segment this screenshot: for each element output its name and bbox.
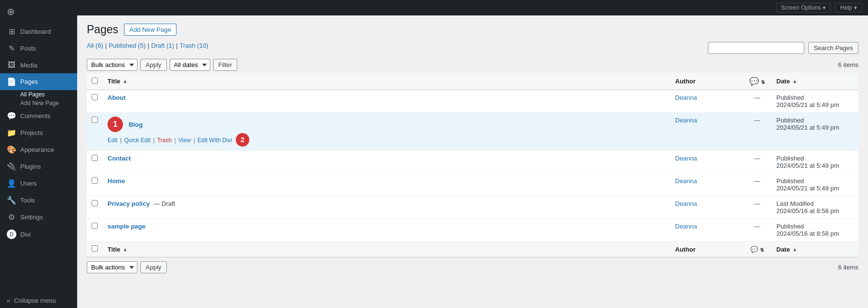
- posts-icon: ✎: [7, 44, 16, 53]
- row-date-cell: Published2024/05/21 at 5:49 pm: [772, 174, 858, 196]
- author-link[interactable]: Deanna: [675, 200, 697, 207]
- date-sort-icon: ▲: [792, 79, 797, 84]
- chevron-down-icon-help: ▾: [854, 4, 857, 11]
- row-comments-cell: —: [743, 90, 772, 113]
- row-comments-cell: —: [743, 113, 772, 151]
- row-date-cell: Last Modified2024/05/16 at 8:58 pm: [772, 196, 858, 219]
- date-value: 2024/05/21 at 5:49 pm: [776, 101, 854, 108]
- date-status: Last Modified: [776, 200, 854, 207]
- search-pages-button[interactable]: Search Pages: [808, 42, 858, 54]
- page-title-link[interactable]: About: [108, 94, 126, 101]
- content-area: Pages Add New Page All (6) | Published (…: [77, 15, 868, 308]
- row-author-cell: Deanna: [670, 113, 743, 151]
- pages-icon: 📄: [7, 77, 16, 86]
- comment-bubble-icon: 💬: [749, 77, 759, 85]
- footer-date-sort-icon: ▲: [792, 247, 797, 252]
- topbar: Screen Options ▾ Help ▾: [77, 0, 868, 15]
- search-input[interactable]: [708, 42, 804, 54]
- row-date-cell: Published2024/05/21 at 5:49 pm: [772, 151, 858, 174]
- date-status: Published: [776, 177, 854, 185]
- appearance-icon: 🎨: [7, 145, 16, 154]
- sidebar-sub-all-pages[interactable]: All Pages: [0, 90, 77, 99]
- sidebar-sub-add-new-page[interactable]: Add New Page: [0, 99, 77, 107]
- sidebar-item-posts[interactable]: ✎ Posts: [0, 40, 77, 57]
- filter-button[interactable]: Filter: [213, 59, 238, 71]
- select-all-checkbox[interactable]: [92, 78, 98, 84]
- bulk-actions-select-top[interactable]: Bulk actions: [87, 59, 137, 71]
- row-action-divi[interactable]: Edit With Divi: [198, 137, 232, 144]
- sidebar-item-media[interactable]: 🖼 Media: [0, 57, 77, 73]
- row-checkbox[interactable]: [92, 223, 98, 229]
- sidebar-item-settings[interactable]: ⚙ Settings: [0, 209, 77, 226]
- action-separator: |: [119, 137, 123, 144]
- page-title-link[interactable]: Home: [108, 177, 125, 185]
- date-status: Published: [776, 117, 854, 124]
- page-title-link[interactable]: Contact: [108, 155, 131, 162]
- date-column-header[interactable]: Date ▲: [772, 73, 858, 90]
- date-status: Published: [776, 94, 854, 101]
- row-checkbox[interactable]: [92, 155, 98, 161]
- filter-draft[interactable]: Draft (1): [151, 42, 174, 49]
- filter-trash[interactable]: Trash (10): [180, 42, 209, 49]
- row-action-view[interactable]: View: [178, 137, 191, 144]
- sidebar-item-pages[interactable]: 📄 Pages: [0, 73, 77, 90]
- add-new-page-button[interactable]: Add New Page: [124, 24, 176, 36]
- projects-icon: 📁: [7, 128, 16, 137]
- bottom-toolbar: Bulk actions Apply 6 items: [87, 261, 858, 273]
- page-title-link[interactable]: sample page: [108, 223, 146, 230]
- row-checkbox-cell: [87, 113, 103, 151]
- sidebar-item-users[interactable]: 👤 Users: [0, 175, 77, 192]
- collapse-menu[interactable]: « Collapse menu: [0, 293, 77, 308]
- row-action-quick-edit[interactable]: Quick Edit: [124, 137, 150, 144]
- comments-dash: —: [754, 177, 760, 185]
- row-comments-cell: —: [743, 151, 772, 174]
- select-all-footer-checkbox[interactable]: [92, 245, 98, 252]
- apply-button-bottom[interactable]: Apply: [140, 261, 167, 273]
- bulk-actions-select-bottom[interactable]: Bulk actions: [87, 261, 137, 273]
- apply-button-top[interactable]: Apply: [140, 59, 167, 71]
- author-link[interactable]: Deanna: [675, 223, 697, 230]
- sidebar-item-tools[interactable]: 🔧 Tools: [0, 192, 77, 209]
- author-link[interactable]: Deanna: [675, 94, 697, 101]
- sidebar-item-divi[interactable]: D Divi: [0, 226, 77, 243]
- screen-options-button[interactable]: Screen Options ▾: [776, 3, 831, 13]
- filter-all[interactable]: All (6): [87, 42, 103, 49]
- page-title-link[interactable]: Privacy policy: [108, 200, 149, 207]
- row-title-cell: sample page: [103, 219, 670, 241]
- dates-select[interactable]: All dates: [170, 59, 210, 71]
- page-title-link[interactable]: Blog: [129, 121, 143, 128]
- row-checkbox[interactable]: [92, 177, 98, 184]
- author-link[interactable]: Deanna: [675, 177, 697, 185]
- row-checkbox-cell: [87, 219, 103, 241]
- comments-dash: —: [754, 94, 760, 101]
- sidebar-item-dashboard[interactable]: ⊞ Dashboard: [0, 23, 77, 40]
- sidebar-item-comments[interactable]: 💬 Comments: [0, 107, 77, 124]
- row-checkbox[interactable]: [92, 94, 98, 100]
- row-action-edit[interactable]: Edit: [108, 137, 118, 144]
- plugins-icon: 🔌: [7, 162, 16, 171]
- help-button[interactable]: Help ▾: [835, 3, 862, 13]
- row-author-cell: Deanna: [670, 151, 743, 174]
- author-link[interactable]: Deanna: [675, 117, 697, 124]
- title-column-header[interactable]: Title ▲: [103, 73, 670, 90]
- sidebar-item-plugins[interactable]: 🔌 Plugins: [0, 158, 77, 175]
- date-status: Published: [776, 155, 854, 162]
- sidebar-item-projects[interactable]: 📁 Projects: [0, 124, 77, 141]
- page-title: Pages: [87, 23, 118, 36]
- dashboard-icon: ⊞: [7, 27, 16, 36]
- step-badge-2: 2: [236, 133, 249, 147]
- settings-icon: ⚙: [7, 213, 16, 222]
- row-action-trash[interactable]: Trash: [157, 137, 172, 144]
- sidebar-item-appearance[interactable]: 🎨 Appearance: [0, 141, 77, 158]
- row-checkbox-cell: [87, 174, 103, 196]
- filter-published[interactable]: Published (5): [108, 42, 146, 49]
- row-checkbox[interactable]: [92, 117, 98, 123]
- page-header: Pages Add New Page: [87, 23, 858, 36]
- row-title-cell: Contact: [103, 151, 670, 174]
- row-title-cell: 1BlogEdit | Quick Edit | Trash | View | …: [103, 113, 670, 151]
- table-row: AboutDeanna—Published2024/05/21 at 5:49 …: [87, 90, 858, 113]
- divi-icon: D: [7, 229, 16, 239]
- row-checkbox[interactable]: [92, 200, 98, 206]
- date-value: 2024/05/16 at 8:58 pm: [776, 230, 854, 237]
- author-link[interactable]: Deanna: [675, 155, 697, 162]
